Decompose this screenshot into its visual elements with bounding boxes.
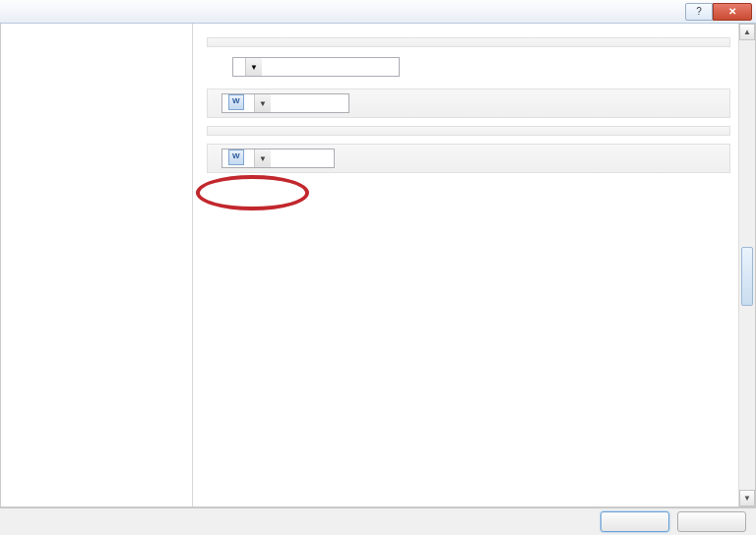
sidebar: [1, 24, 193, 506]
print-doc-dropdown[interactable]: ▼: [221, 93, 349, 113]
cancel-button[interactable]: [677, 511, 746, 532]
document-icon: [228, 149, 244, 165]
paper-feed-dropdown[interactable]: ▼: [232, 57, 400, 77]
paper-feed-row: ▼: [207, 53, 730, 81]
chevron-down-icon: ▼: [254, 94, 271, 112]
print-doc-value: [222, 94, 254, 112]
chevron-down-icon: ▼: [254, 149, 271, 167]
vertical-scrollbar[interactable]: ▲ ▼: [738, 24, 755, 506]
section-save: [207, 126, 730, 136]
scroll-down-button[interactable]: ▼: [739, 490, 755, 506]
section-fidelity: ▼: [207, 144, 730, 173]
dialog-footer: [0, 507, 756, 535]
window-buttons: ? ✕: [685, 3, 752, 21]
section-print: [207, 37, 730, 47]
scroll-up-button[interactable]: ▲: [739, 24, 755, 40]
close-button[interactable]: ✕: [713, 3, 752, 21]
fidelity-doc-value: [222, 149, 254, 167]
ok-button[interactable]: [600, 511, 669, 532]
section-print-doc: ▼: [207, 89, 730, 118]
chevron-down-icon: ▼: [245, 58, 262, 76]
content-area: ▼ ▼ ▼: [193, 24, 755, 506]
scroll-area: ▼ ▼ ▼: [193, 24, 738, 506]
scroll-thumb[interactable]: [741, 247, 753, 306]
scroll-track[interactable]: [739, 40, 755, 490]
help-button[interactable]: ?: [685, 3, 713, 21]
titlebar: ? ✕: [0, 0, 756, 24]
fidelity-doc-dropdown[interactable]: ▼: [221, 149, 335, 168]
document-icon: [228, 94, 244, 110]
